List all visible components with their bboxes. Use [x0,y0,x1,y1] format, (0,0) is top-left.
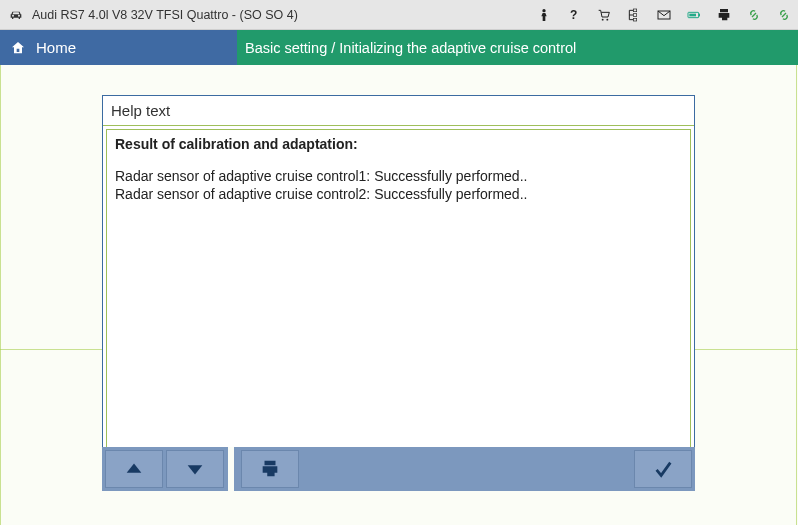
svg-rect-4 [633,13,636,16]
toolbar-separator [228,447,234,491]
panel-toolbar [102,447,695,491]
person-icon[interactable] [536,7,552,23]
grid-line [0,65,1,525]
svg-point-1 [602,18,604,20]
titlebar-left: Audi RS7 4.0l V8 32V TFSI Quattro - (SO … [8,7,298,23]
work-area: Help text Result of calibration and adap… [0,65,798,525]
svg-point-2 [606,18,608,20]
confirm-button[interactable] [634,450,692,488]
result-line: Radar sensor of adaptive cruise control1… [115,168,682,186]
svg-text:?: ? [570,8,577,22]
panel-body: Result of calibration and adaptation: Ra… [106,129,691,486]
home-icon [10,40,26,56]
result-title: Result of calibration and adaptation: [115,136,682,152]
svg-rect-8 [699,13,700,16]
car-icon [8,7,24,23]
spacer [115,160,682,168]
result-line: Radar sensor of adaptive cruise control2… [115,186,682,204]
window-titlebar: Audi RS7 4.0l V8 32V TFSI Quattro - (SO … [0,0,798,30]
breadcrumb: Basic setting / Initializing the adaptiv… [237,30,798,65]
titlebar-icons: ? [536,7,792,23]
link2-icon[interactable] [776,7,792,23]
battery-icon[interactable] [686,7,702,23]
panel-header-text: Help text [111,102,170,119]
tree-icon[interactable] [626,7,642,23]
arrow-down-icon [184,458,206,480]
home-label: Home [36,39,76,56]
svg-rect-5 [633,18,636,21]
arrow-up-icon [123,458,145,480]
header-bar: Home Basic setting / Initializing the ad… [0,30,798,65]
svg-rect-3 [633,9,636,12]
scroll-down-button[interactable] [166,450,224,488]
check-icon [652,458,674,480]
breadcrumb-text: Basic setting / Initializing the adaptiv… [245,40,576,56]
print-icon[interactable] [716,7,732,23]
cart-icon[interactable] [596,7,612,23]
panel-header: Help text [103,96,694,126]
print-button[interactable] [241,450,299,488]
scroll-up-button[interactable] [105,450,163,488]
result-panel: Help text Result of calibration and adap… [102,95,695,490]
vehicle-title: Audi RS7 4.0l V8 32V TFSI Quattro - (SO … [32,8,298,22]
mail-icon[interactable] [656,7,672,23]
print-icon [259,458,281,480]
link1-icon[interactable] [746,7,762,23]
help-icon[interactable]: ? [566,7,582,23]
home-button[interactable]: Home [0,30,237,65]
svg-rect-9 [689,13,696,16]
grid-line [796,65,797,525]
